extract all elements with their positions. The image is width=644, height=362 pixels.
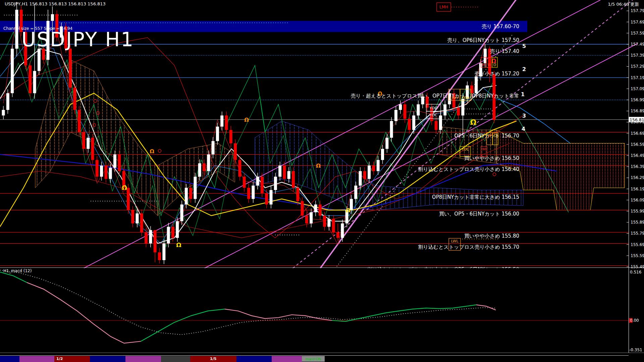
price-axis-label: 155.690 (631, 242, 644, 247)
price-axis-label: 157.590 (631, 31, 644, 36)
candle-body (274, 177, 277, 190)
candle-body (435, 121, 438, 130)
candle-body (394, 110, 397, 121)
level-annotation: 買いやや小さめ 155.80 (464, 233, 519, 239)
candle-body (194, 177, 197, 199)
candle-body (247, 188, 250, 199)
candle-body (381, 149, 384, 160)
candle-body (104, 166, 107, 179)
tag-box-label: M (482, 147, 486, 152)
chart-window: ΩΩΩΩΩΩΩΩΩ売り、OP6日NYカット 157.50売り 157.40売り小… (0, 0, 644, 362)
level-annotation: 売り小さめ 157.20 (475, 71, 519, 77)
candle-body (203, 163, 206, 171)
timeline-segment[interactable] (161, 356, 190, 362)
candle-body (33, 71, 36, 93)
timeline-segment[interactable] (236, 356, 272, 362)
candle-body (109, 168, 112, 179)
candle-body (399, 104, 402, 110)
timeline-segment[interactable] (125, 356, 161, 362)
price-axis-label: 156.890 (631, 109, 644, 113)
price-axis-label: 157.090 (631, 86, 644, 91)
candle-body (283, 166, 286, 179)
candle-body (461, 99, 464, 116)
symbol-quote-line: USDJPY,H1 156.813 156.813 156.813 156.81… (5, 1, 106, 6)
candle-body (11, 49, 14, 93)
price-axis-label: 156.090 (631, 198, 644, 202)
price-axis-label: 157.290 (631, 64, 644, 69)
price-axis-label: 156.290 (631, 175, 644, 180)
candle-body (319, 204, 322, 216)
lmh-label: LMH (439, 5, 448, 9)
candle-body (162, 243, 165, 260)
candle-body (385, 138, 388, 149)
timeline-segment[interactable] (19, 356, 54, 362)
candle-body (475, 76, 478, 93)
candle-body (377, 160, 380, 171)
price-chart[interactable]: ΩΩΩΩΩΩΩΩΩ売り、OP6日NYカット 157.50売り 157.40売り小… (0, 0, 644, 362)
candle-body (149, 230, 152, 243)
candle-body (78, 110, 81, 132)
candle-body (2, 110, 5, 116)
session-timeline-bar[interactable]: macd ON 1/21/5 (0, 356, 644, 362)
candle-body (185, 188, 188, 204)
candle-body (404, 104, 407, 119)
tag-box-label: LWL (451, 239, 459, 243)
candle-body (390, 121, 393, 138)
price-axis-label: 157.690 (631, 20, 644, 24)
candle-body (243, 177, 246, 188)
omega-marker-icon: Ω (316, 163, 321, 169)
macd-toggle-button[interactable]: macd ON (302, 356, 325, 362)
tag-box-label: W (487, 63, 491, 67)
candle-body (287, 171, 290, 179)
candle-body (145, 232, 148, 243)
wave-count-label: 5 (522, 43, 526, 49)
candle-body (158, 252, 161, 260)
last-updated-timestamp: 1/5 06:46 更新 (608, 1, 639, 7)
level-annotation: 売り・超えるとストップロス買い、OP7日NYカット/OP8日NYカット非常 (351, 93, 519, 99)
omega-marker-icon: Ω (122, 184, 127, 191)
price-axis-label: 155.990 (631, 209, 644, 214)
price-axis-label: 156.990 (631, 98, 644, 102)
tag-box-label: W (488, 133, 491, 138)
candle-body (171, 227, 174, 238)
candle-body (220, 115, 223, 126)
candle-body (354, 186, 357, 199)
timeline-segment[interactable] (272, 356, 302, 362)
level-annotation: 売り 157.40 (490, 48, 519, 54)
price-axis-label: 157.790 (631, 8, 644, 13)
macd-axis-min: -0.351 (629, 348, 642, 352)
timeline-segment[interactable] (0, 356, 19, 362)
candle-body (256, 177, 259, 186)
candle-body (332, 219, 335, 232)
candle-body (118, 155, 121, 171)
candle-body (73, 87, 76, 110)
candle-body (176, 221, 179, 238)
candle-body (140, 214, 143, 232)
candle-body (100, 166, 103, 177)
level-annotation: 買い、OP5・6日NYカット 156.00 (439, 211, 519, 217)
price-axis-label: 156.190 (631, 187, 644, 191)
sell-zone-label: 売り 157.60-70 (482, 23, 519, 29)
candle-body (51, 14, 54, 21)
price-axis-label: 155.790 (631, 231, 644, 236)
price-axis-label: 155.890 (631, 220, 644, 225)
omega-marker-icon: Ω (150, 148, 154, 155)
candle-body (270, 190, 273, 204)
price-axis-label: 155.590 (631, 253, 644, 258)
wave-count-label: 1 (521, 91, 525, 98)
candle-body (296, 188, 299, 201)
price-axis-label: 155.490 (631, 264, 644, 269)
omega-marker-icon: Ω (470, 118, 477, 126)
wave-count-label: 3 (522, 113, 526, 119)
candle-body (252, 186, 255, 199)
timeline-segment[interactable] (90, 356, 125, 362)
candle-body (310, 212, 313, 223)
candle-body (305, 216, 308, 223)
level-annotation: 割り込むとストップロス売り小さめ 156.40 (418, 166, 519, 172)
omega-marker-icon: Ω (176, 241, 181, 248)
candle-body (38, 49, 41, 71)
candle-body (238, 160, 241, 177)
price-axis-label: 156.590 (631, 142, 644, 147)
tag-box-label: YDC (429, 113, 437, 117)
macd-axis-max: 0.516 (630, 270, 641, 275)
